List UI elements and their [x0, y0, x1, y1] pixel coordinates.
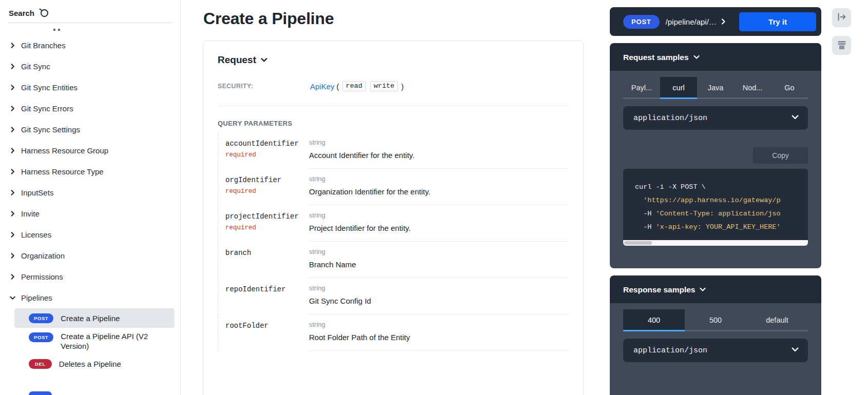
param-row-repo-identifier: repoIdentifier string Git Sync Config Id — [218, 278, 569, 314]
sidebar-item-label: Invite — [21, 209, 40, 218]
tab-500[interactable]: 500 — [685, 309, 746, 331]
sidebar-item-git-sync-settings[interactable]: Git Sync Settings — [0, 119, 180, 140]
main-content: Create a Pipeline Request SECURITY: ApiK… — [203, 0, 584, 395]
chevron-down-icon — [700, 285, 706, 294]
chevron-right-icon — [10, 251, 15, 260]
paren-open: ( — [337, 82, 339, 91]
param-description: Root Folder Path of the Entity — [309, 333, 569, 342]
param-row-account-identifier: accountIdentifier required string Accoun… — [218, 132, 569, 169]
sidebar-item-git-sync-errors[interactable]: Git Sync Errors — [0, 98, 180, 119]
param-required-flag: required — [225, 224, 309, 231]
security-scheme-link[interactable]: ApiKey — [310, 82, 335, 91]
side-tools — [832, 8, 851, 64]
param-type: string — [309, 321, 569, 328]
tab-default[interactable]: default — [746, 309, 808, 331]
collapse-panel-button[interactable] — [832, 8, 851, 27]
request-samples-heading: Request samples — [623, 53, 689, 62]
sidebar-item-label: Create a Pipeline — [61, 313, 120, 323]
response-content-type-select[interactable]: application/json — [623, 339, 808, 362]
collapse-right-icon — [836, 11, 847, 24]
param-description: Account Identifier for the entity. — [309, 151, 569, 160]
param-row-root-folder: rootFolder string Root Folder Path of th… — [218, 314, 569, 351]
sidebar-item-harness-resource-type[interactable]: Harness Resource Type — [0, 161, 180, 182]
sidebar-item-label: Organization — [21, 251, 65, 260]
chevron-right-icon — [10, 125, 15, 134]
sidebar-item-label: InputSets — [21, 188, 53, 197]
param-description: Branch Name — [309, 260, 569, 269]
sidebar-nav: Git Branches Git Sync Git Sync Entities … — [0, 35, 180, 373]
sidebar-item-organization[interactable]: Organization — [0, 245, 180, 266]
tab-go[interactable]: Go — [771, 77, 808, 99]
sidebar-item-permissions[interactable]: Permissions — [0, 266, 180, 287]
chevron-right-icon — [10, 167, 15, 176]
sidebar-item-label: Pipelines — [21, 293, 52, 302]
chevron-right-icon — [10, 230, 15, 239]
document-list-icon — [836, 39, 847, 52]
tab-400[interactable]: 400 — [623, 309, 685, 331]
copy-button[interactable]: Copy — [753, 147, 808, 164]
chevron-down-icon — [693, 53, 700, 62]
sidebar-item-licenses[interactable]: Licenses — [0, 224, 180, 245]
request-section-toggle[interactable]: Request — [218, 54, 569, 66]
sidebar-item-create-a-pipeline[interactable]: POST Create a Pipeline — [14, 308, 175, 328]
security-label: SECURITY: — [218, 81, 310, 91]
request-samples-panel: Request samples Payl... curl Java Nod...… — [610, 43, 821, 268]
tab-payload[interactable]: Payl... — [623, 77, 660, 99]
response-code-tabs: 400 500 default — [623, 309, 808, 331]
sidebar-item-git-sync-entities[interactable]: Git Sync Entities — [0, 77, 180, 98]
search-label: Search — [9, 9, 34, 17]
param-name: accountIdentifier — [225, 140, 309, 148]
chevron-down-icon — [792, 113, 799, 123]
response-samples-heading: Response samples — [623, 285, 695, 294]
param-row-org-identifier: orgIdentifier required string Organizati… — [218, 169, 569, 205]
request-samples-body: Payl... curl Java Nod... Go application/… — [610, 71, 821, 268]
changelog-button[interactable] — [832, 36, 851, 55]
search-control[interactable]: Search — [0, 0, 180, 23]
sidebar-item-label: Git Sync Settings — [21, 125, 80, 134]
request-card: Request SECURITY: ApiKey ( read write ) … — [203, 41, 584, 395]
tab-curl[interactable]: curl — [660, 77, 697, 99]
horizontal-scrollbar[interactable] — [623, 240, 808, 246]
sidebar-item-label: Git Sync — [21, 62, 50, 71]
sidebar-item-pipelines[interactable]: Pipelines — [0, 287, 180, 308]
sidebar-item-harness-resource-group[interactable]: Harness Resource Group — [0, 140, 180, 161]
sidebar-item-label: Create a Pipeline API (V2 Version) — [61, 331, 163, 351]
chevron-right-icon — [10, 83, 15, 92]
request-samples-toggle[interactable]: Request samples — [610, 43, 821, 71]
security-value: ApiKey ( read write ) — [310, 81, 403, 91]
curl-code-block: curl -i -X POST \ 'https://app.harness.i… — [623, 169, 808, 240]
param-type: string — [309, 248, 569, 255]
tab-java[interactable]: Java — [697, 77, 734, 99]
sidebar-item-git-branches[interactable]: Git Branches — [0, 35, 180, 56]
sidebar-item-inputsets[interactable]: InputSets — [0, 182, 180, 203]
try-it-button[interactable]: Try it — [739, 12, 816, 31]
sidebar-item-label: Git Branches — [21, 41, 66, 50]
param-description: Git Sync Config Id — [309, 297, 569, 305]
content-type-select[interactable]: application/json — [623, 106, 808, 130]
sidebar-item-label: Licenses — [21, 230, 51, 239]
param-name: projectIdentifier — [225, 212, 309, 221]
content-type-value: application/json — [633, 346, 707, 355]
chevron-right-icon — [10, 41, 15, 50]
response-samples-toggle[interactable]: Response samples — [610, 275, 821, 303]
content-type-value: application/json — [633, 114, 707, 123]
param-type: string — [309, 139, 569, 146]
chevron-right-icon — [10, 146, 15, 155]
sidebar-item-label: Git Sync Errors — [21, 104, 73, 113]
sidebar-item-deletes-a-pipeline[interactable]: DEL Deletes a Pipeline — [0, 354, 180, 373]
sidebar-item-git-sync[interactable]: Git Sync — [0, 56, 180, 77]
sidebar-item-create-a-pipeline-v2[interactable]: POST Create a Pipeline API (V2 Version) — [0, 328, 180, 354]
code-sample: curl -i -X POST \ 'https://app.harness.i… — [623, 169, 808, 246]
sidebar-item-label: Harness Resource Group — [21, 146, 108, 155]
query-parameters-heading: QUERY PARAMETERS — [218, 120, 569, 127]
sidebar-item-invite[interactable]: Invite — [0, 203, 180, 224]
tab-nodejs[interactable]: Nod... — [734, 77, 771, 99]
chevron-right-icon — [10, 104, 15, 113]
search-icon — [38, 8, 49, 18]
param-type: string — [309, 175, 569, 183]
method-badge-post: POST — [623, 15, 660, 29]
chevron-right-icon[interactable] — [720, 18, 726, 25]
chevron-down-icon — [261, 54, 267, 66]
scrolled-item-fragment — [53, 26, 180, 31]
scrollbar-thumb[interactable] — [624, 241, 652, 245]
